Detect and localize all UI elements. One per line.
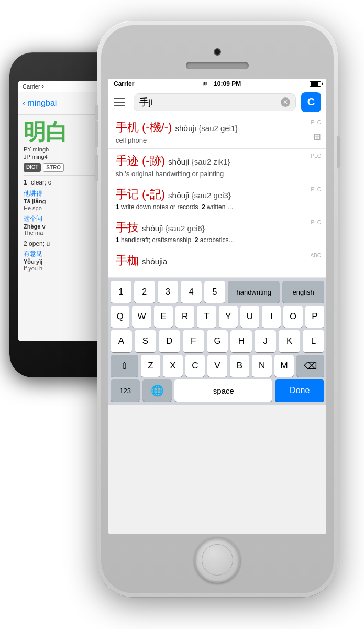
- back-carrier: Carrier: [23, 83, 40, 90]
- key-w[interactable]: W: [132, 306, 151, 328]
- back-jp-value: ming4: [32, 154, 48, 160]
- result-pinyin-4: shǒujì {sau2 gei6}: [142, 224, 205, 233]
- key-r[interactable]: R: [175, 306, 194, 328]
- result-item-3[interactable]: PLC 手记 (-記) shǒujì {sau2 gei3} 1 write d…: [108, 182, 326, 215]
- key-a[interactable]: A: [111, 330, 132, 352]
- result-main-2: 手迹 (-跡) shǒujì {sau2 zik1}: [116, 153, 319, 169]
- key-shift[interactable]: ⇧: [111, 355, 138, 377]
- key-o[interactable]: O: [283, 306, 302, 328]
- mute-button[interactable]: [95, 105, 98, 120]
- result-english-2: sb.'s original handwriting or painting: [116, 170, 319, 178]
- key-globe[interactable]: 🌐: [142, 379, 172, 402]
- carrier-label: Carrier: [114, 80, 134, 88]
- front-phone: Carrier ≋ 10:09 PM: [97, 21, 338, 598]
- back-py-value: míngb: [33, 146, 49, 153]
- result-trad-3: (-記): [142, 187, 165, 202]
- home-button[interactable]: [194, 537, 240, 583]
- keyboard: 1 2 3 4 5 handwriting english Q W E R T …: [108, 278, 326, 405]
- key-s[interactable]: S: [135, 330, 156, 352]
- abc-label-5: ABC: [310, 253, 321, 258]
- key-4[interactable]: 4: [181, 281, 202, 303]
- key-i[interactable]: I: [262, 306, 281, 328]
- dict-badge[interactable]: DICT: [24, 163, 41, 172]
- result-item-2[interactable]: PLC 手迹 (-跡) shǒujì {sau2 zik1} sb.'s ori…: [108, 149, 326, 182]
- stro-badge[interactable]: STRO: [43, 163, 64, 172]
- key-1[interactable]: 1: [111, 281, 131, 303]
- result-item-4[interactable]: PLC 手技 shǒujì {sau2 gei6} 1 handicraft; …: [108, 215, 326, 248]
- result-trad-2: (-跡): [142, 153, 165, 169]
- back-nav-title: mingbai: [27, 99, 57, 108]
- key-z[interactable]: Z: [141, 355, 161, 377]
- result-pinyin-2: shǒujì {sau2 zik1}: [168, 157, 230, 167]
- result-defs-4: 1 handicraft; craftsmanship 2 acrobatics…: [116, 236, 319, 244]
- clear-search-button[interactable]: ✕: [281, 97, 290, 107]
- result-chinese-3: 手记: [116, 187, 139, 202]
- key-e[interactable]: E: [154, 306, 173, 328]
- key-space[interactable]: space: [174, 379, 272, 402]
- key-english[interactable]: english: [282, 281, 324, 303]
- result-chinese-5: 手枷: [116, 253, 139, 268]
- home-button-inner: [202, 544, 233, 576]
- key-handwriting[interactable]: handwriting: [228, 281, 280, 303]
- result-main-5: 手枷 shǒujiā: [116, 253, 319, 268]
- keyboard-zxcv-row: ⇧ Z X C V B N M ⌫: [111, 355, 324, 377]
- volume-up-button[interactable]: [95, 121, 98, 147]
- battery-icon: [310, 81, 321, 87]
- result-chinese-4: 手技: [116, 220, 139, 235]
- status-right: [310, 81, 321, 87]
- key-u[interactable]: U: [240, 306, 259, 328]
- wifi-icon: ≋: [203, 80, 211, 88]
- result-main-4: 手技 shǒujì {sau2 gei6}: [116, 220, 319, 235]
- key-g[interactable]: G: [207, 330, 228, 352]
- search-bar: 手ji ✕ C: [108, 89, 326, 115]
- key-123[interactable]: 123: [111, 379, 140, 402]
- key-d[interactable]: D: [159, 330, 180, 352]
- key-3[interactable]: 3: [158, 281, 179, 303]
- result-trad-1: (-機/-): [142, 120, 172, 135]
- keyboard-number-row: 1 2 3 4 5 handwriting english: [111, 281, 324, 303]
- key-m[interactable]: M: [274, 355, 294, 377]
- key-5[interactable]: 5: [204, 281, 225, 303]
- def1-text: clear; o: [31, 179, 51, 186]
- key-2[interactable]: 2: [134, 281, 155, 303]
- volume-down-button[interactable]: [95, 155, 98, 181]
- search-action-button[interactable]: C: [301, 92, 321, 112]
- key-v[interactable]: V: [207, 355, 227, 377]
- battery-fill: [311, 82, 318, 86]
- key-p[interactable]: P: [305, 306, 324, 328]
- result-defs-3: 1 write down notes or records 2 written …: [116, 203, 319, 211]
- search-input-wrapper[interactable]: 手ji ✕: [134, 93, 296, 111]
- result-item-1[interactable]: PLC ⊞ 手机 (-機/-) shǒujī {sau2 gei1} cell …: [108, 115, 326, 149]
- key-done[interactable]: Done: [275, 379, 324, 402]
- key-l[interactable]: L: [303, 330, 324, 352]
- front-speaker: [186, 62, 249, 69]
- key-delete[interactable]: ⌫: [296, 355, 324, 377]
- key-q[interactable]: Q: [111, 306, 129, 328]
- hamburger-line-3: [114, 105, 125, 106]
- key-f[interactable]: F: [183, 330, 204, 352]
- key-k[interactable]: K: [279, 330, 300, 352]
- key-h[interactable]: H: [230, 330, 252, 352]
- result-pinyin-5: shǒujiā: [142, 257, 167, 266]
- result-item-5[interactable]: ABC 手枷 shǒujiā: [108, 248, 326, 278]
- key-j[interactable]: J: [255, 330, 276, 352]
- front-camera: [214, 48, 221, 56]
- plc-label-4: PLC: [311, 220, 321, 225]
- key-t[interactable]: T: [197, 306, 216, 328]
- search-input[interactable]: 手ji: [139, 96, 281, 109]
- result-main-1: 手机 (-機/-) shǒujī {sau2 gei1}: [116, 120, 319, 135]
- key-n[interactable]: N: [252, 355, 272, 377]
- menu-button[interactable]: [114, 95, 128, 110]
- result-main-3: 手记 (-記) shǒujì {sau2 gei3}: [116, 187, 319, 202]
- time-label: 10:09 PM: [214, 80, 241, 88]
- add-icon-1[interactable]: ⊞: [313, 131, 321, 143]
- result-english-1: cell phone: [116, 136, 319, 144]
- key-y[interactable]: Y: [219, 306, 238, 328]
- key-x[interactable]: X: [163, 355, 183, 377]
- key-c[interactable]: C: [185, 355, 205, 377]
- result-chinese-2: 手迹: [116, 153, 139, 169]
- power-button[interactable]: [337, 136, 340, 168]
- key-b[interactable]: B: [230, 355, 250, 377]
- results-list: PLC ⊞ 手机 (-機/-) shǒujī {sau2 gei1} cell …: [108, 115, 326, 278]
- result-pinyin-3: shǒujì {sau2 gei3}: [168, 191, 231, 200]
